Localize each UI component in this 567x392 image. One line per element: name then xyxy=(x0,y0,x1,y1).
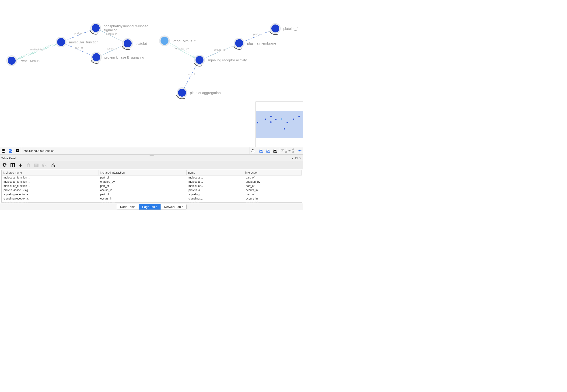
table-row[interactable]: molecular_function ...part_ofmolecular..… xyxy=(2,175,302,180)
svg-rect-6 xyxy=(2,152,2,153)
select-edges-icon[interactable] xyxy=(265,147,272,154)
node-plat[interactable] xyxy=(122,38,133,49)
cell: molecular_function ... xyxy=(2,175,98,180)
tab-node-table[interactable]: Node Table xyxy=(117,204,139,210)
minimap[interactable] xyxy=(255,101,303,147)
svg-rect-2 xyxy=(4,149,5,150)
minimap-dot xyxy=(281,118,282,120)
cell: part_of xyxy=(98,184,186,188)
cell: molecular... xyxy=(187,175,244,180)
panel-title: Table Panel xyxy=(1,157,16,160)
minimap-dot xyxy=(275,119,277,120)
node-label-pagg: platelet aggregation xyxy=(190,91,221,95)
popout-icon[interactable] xyxy=(14,147,21,154)
select-annotations-icon[interactable] xyxy=(272,147,279,154)
node-label-plat2: platelet_2 xyxy=(283,27,298,30)
edge-label: occurs_in xyxy=(106,32,118,35)
cell: signaling ... xyxy=(187,201,244,203)
minimap-dot xyxy=(257,122,258,124)
cell: signaling receptor a... xyxy=(2,192,98,196)
svg-rect-5 xyxy=(4,150,5,151)
cell: enabled_by xyxy=(98,201,186,203)
minimap-dot xyxy=(270,121,272,123)
minimap-dot xyxy=(287,122,288,123)
edge-label: part_of xyxy=(186,73,195,76)
grid-icon[interactable] xyxy=(0,147,7,154)
close-icon[interactable]: ✕ xyxy=(298,157,302,160)
col-interaction[interactable]: interaction xyxy=(244,170,302,175)
cell: signaling receptor a... xyxy=(2,196,98,201)
table-row[interactable]: molecular_function ...part_ofmolecular..… xyxy=(2,184,302,188)
node-plat2[interactable] xyxy=(270,23,281,34)
edge-label: part_of xyxy=(74,32,83,35)
edge-label: enabled_by xyxy=(29,48,44,51)
node-pi3k[interactable] xyxy=(90,23,101,33)
minimize-icon[interactable]: ▾ xyxy=(291,157,294,160)
table-row[interactable]: signaling receptor a...enabled_bysignali… xyxy=(2,201,302,203)
node-label-molfn: molecular_function xyxy=(69,40,98,44)
cell: protein ki... xyxy=(187,188,244,192)
cell: signaling receptor a... xyxy=(2,201,98,203)
network-name: 5941cdbd00000284.sif xyxy=(21,147,249,154)
svg-rect-3 xyxy=(2,150,2,151)
select-nodes-icon[interactable] xyxy=(258,147,265,154)
eye-off-icon: 👁 xyxy=(288,149,291,152)
cell: part_of xyxy=(98,192,186,196)
network-canvas[interactable]: Pear1 Mmusmolecular_functionphosphatidyl… xyxy=(0,0,303,147)
node-molfn[interactable] xyxy=(56,37,67,47)
node-pagg[interactable] xyxy=(177,87,187,98)
checkbox-icon xyxy=(281,149,284,152)
svg-rect-22 xyxy=(35,164,38,167)
cell: enabled_by xyxy=(98,180,186,184)
cell: enabled_by xyxy=(244,201,302,203)
table-row[interactable]: signaling receptor a...part_ofsignaling … xyxy=(2,192,302,196)
svg-rect-0 xyxy=(2,149,2,150)
cell: molecular... xyxy=(187,184,244,188)
panel-title-bar: Table Panel ▾ ☐ ✕ xyxy=(0,156,303,161)
table-row[interactable]: molecular_function ...enabled_bymolecula… xyxy=(2,180,302,184)
gear-icon[interactable] xyxy=(2,163,7,168)
tab-network-table[interactable]: Network Table xyxy=(161,204,186,210)
svg-rect-7 xyxy=(3,152,4,153)
cell: signaling ... xyxy=(187,196,244,201)
node-pkb[interactable] xyxy=(91,52,102,63)
svg-rect-18 xyxy=(274,150,276,152)
columns-icon[interactable] xyxy=(10,163,15,168)
maximize-icon[interactable]: ☐ xyxy=(294,157,298,160)
col-shared-name[interactable]: ▙shared name xyxy=(2,170,98,175)
node-pear1[interactable] xyxy=(6,55,17,66)
node-label-plasma: plasma membrane xyxy=(247,41,276,45)
node-sigrec[interactable] xyxy=(194,55,205,65)
node-label-pear12: Pear1 Mmus_2 xyxy=(172,39,196,43)
cell: occurs_in xyxy=(244,188,302,192)
edge-label: part_of xyxy=(253,33,262,35)
table-row[interactable]: protein kinase B sig...occurs_inprotein … xyxy=(2,188,302,192)
cell: signaling ... xyxy=(187,192,244,196)
cell: molecular_function ... xyxy=(2,180,98,184)
cell: part_of xyxy=(244,175,302,180)
tab-edge-table[interactable]: Edge Table xyxy=(139,204,161,210)
svg-rect-4 xyxy=(3,150,4,151)
table-icon xyxy=(34,163,39,168)
edge-table[interactable]: ▙shared name▙shared interactionnameinter… xyxy=(1,170,302,203)
cell: part_of xyxy=(244,192,302,196)
cell: occurs_in xyxy=(244,196,302,201)
share-icon[interactable] xyxy=(7,147,14,154)
svg-rect-1 xyxy=(3,149,4,150)
col-name[interactable]: name xyxy=(187,170,244,175)
cell: molecular... xyxy=(187,180,244,184)
minimap-dot xyxy=(270,116,272,117)
cell: enabled_by xyxy=(244,180,302,184)
svg-rect-21 xyxy=(27,164,30,167)
col-shared-interaction[interactable]: ▙shared interaction xyxy=(98,170,186,175)
export-table-icon[interactable] xyxy=(51,163,55,168)
fit-view-icon[interactable] xyxy=(296,147,303,154)
svg-rect-8 xyxy=(4,152,5,153)
node-plasma[interactable] xyxy=(234,38,245,49)
add-icon[interactable] xyxy=(18,163,23,168)
edge-label: enabled_by xyxy=(175,47,189,50)
table-row[interactable]: signaling receptor a...occurs_insignalin… xyxy=(2,196,302,201)
export-icon[interactable] xyxy=(249,147,256,154)
node-pear12[interactable] xyxy=(159,35,170,46)
minimap-viewport[interactable] xyxy=(256,111,303,138)
